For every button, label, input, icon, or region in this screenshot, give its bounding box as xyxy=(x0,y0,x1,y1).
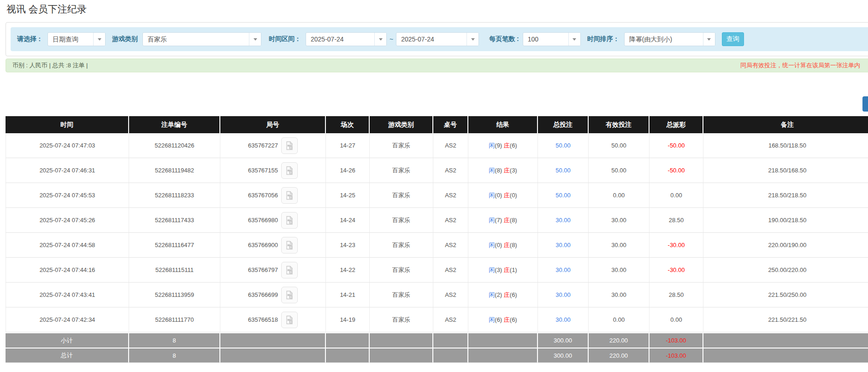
cell-empty xyxy=(326,348,370,363)
cell-game-category: 百家乐 xyxy=(370,208,433,233)
cell-remark: 218.50/218.50 xyxy=(703,183,868,208)
cell-valid-bet: 30.00 xyxy=(589,208,650,233)
cell-result: 闲(3) 庄(1) xyxy=(468,258,538,283)
player-label: 闲 xyxy=(489,217,495,224)
player-label: 闲 xyxy=(489,291,495,298)
round-id: 635766900 xyxy=(248,242,278,248)
cell-bet-id: 522681115111 xyxy=(129,258,220,283)
per-page-value: 100 xyxy=(523,33,568,46)
column-header: 总派彩 xyxy=(650,116,703,133)
video-replay-icon[interactable] xyxy=(281,287,298,303)
banker-label: 庄 xyxy=(504,316,510,323)
video-replay-icon[interactable] xyxy=(281,187,298,204)
table-row: 2025-07-24 07:42:34 522681111770 6357665… xyxy=(6,307,868,332)
per-page-select[interactable]: 100 xyxy=(523,32,581,46)
round-id: 635767155 xyxy=(248,167,278,174)
page: 视讯 会员下注纪录 请选择： 日期查询 游戏类别 百家乐 时间区间： 2025-… xyxy=(0,0,868,372)
cell-total-bet[interactable]: 50.00 xyxy=(538,183,589,208)
video-replay-icon[interactable] xyxy=(281,212,298,229)
cell-total-bet[interactable]: 30.00 xyxy=(538,208,589,233)
round-id: 635766980 xyxy=(248,217,278,224)
cell-total-bet[interactable]: 50.00 xyxy=(538,158,589,183)
table-row: 2025-07-24 07:44:16 522681115111 6357667… xyxy=(6,258,868,283)
cell-game-category: 百家乐 xyxy=(370,133,433,158)
cell-session: 14-25 xyxy=(326,183,370,208)
date-from-select[interactable]: 2025-07-24 xyxy=(306,32,387,46)
cell-total-bet[interactable]: 30.00 xyxy=(538,233,589,258)
chevron-down-icon xyxy=(374,33,386,46)
cell-table-number: AS2 xyxy=(433,133,468,158)
cell-empty xyxy=(468,332,538,348)
sort-value: 降幂(由大到小) xyxy=(625,33,703,46)
banker-score: (6) xyxy=(510,291,517,298)
summary-total-bet: 300.00 xyxy=(538,348,589,363)
player-label: 闲 xyxy=(489,167,495,174)
cell-payout: 0.00 xyxy=(650,183,703,208)
game-category-value: 百家乐 xyxy=(143,33,249,46)
cell-total-bet[interactable]: 30.00 xyxy=(538,258,589,283)
player-score: (9) xyxy=(495,142,502,149)
date-to-select[interactable]: 2025-07-24 xyxy=(396,32,479,46)
cell-total-bet[interactable]: 30.00 xyxy=(538,283,589,307)
banker-score: (1) xyxy=(510,266,517,273)
cell-empty xyxy=(703,332,868,348)
cell-remark: 250.00/220.00 xyxy=(703,258,868,283)
summary-label: 小计 xyxy=(6,332,129,348)
video-replay-icon[interactable] xyxy=(281,137,298,154)
video-replay-icon[interactable] xyxy=(281,237,298,254)
game-category-select[interactable]: 百家乐 xyxy=(142,32,261,46)
cell-empty xyxy=(468,348,538,363)
banker-score: (0) xyxy=(510,192,517,199)
cell-round: 635766699 xyxy=(220,283,326,307)
cell-time: 2025-07-24 07:45:26 xyxy=(6,208,129,233)
player-score: (8) xyxy=(495,167,502,174)
cell-time: 2025-07-24 07:44:16 xyxy=(6,258,129,283)
banker-label: 庄 xyxy=(504,242,510,248)
cell-session: 14-22 xyxy=(326,258,370,283)
summary-valid-bet: 220.00 xyxy=(589,332,650,348)
cell-total-bet[interactable]: 50.00 xyxy=(538,133,589,158)
query-type-select[interactable]: 日期查询 xyxy=(47,32,106,46)
chevron-down-icon xyxy=(466,33,478,46)
video-replay-icon[interactable] xyxy=(281,162,298,179)
video-replay-icon[interactable] xyxy=(281,262,298,278)
cell-payout: -30.00 xyxy=(650,258,703,283)
cell-result: 闲(0) 庄(0) xyxy=(468,183,538,208)
cell-result: 闲(9) 庄(6) xyxy=(468,133,538,158)
cell-game-category: 百家乐 xyxy=(370,283,433,307)
sort-label: 时间排序： xyxy=(587,35,620,43)
cell-round: 635767056 xyxy=(220,183,326,208)
cell-time: 2025-07-24 07:43:41 xyxy=(6,283,129,307)
cell-round: 635766518 xyxy=(220,307,326,332)
cell-empty xyxy=(433,332,468,348)
cell-empty xyxy=(703,348,868,363)
cell-result: 闲(6) 庄(6) xyxy=(468,307,538,332)
cell-table-number: AS2 xyxy=(433,208,468,233)
table-row: 2025-07-24 07:45:53 522681118233 6357670… xyxy=(6,183,868,208)
player-label: 闲 xyxy=(489,192,495,199)
sort-select[interactable]: 降幂(由大到小) xyxy=(624,32,715,46)
player-score: (2) xyxy=(495,291,502,298)
table-foot: 小计 8 300.00 220.00 -103.00 总计 8 300.00 2… xyxy=(6,332,868,363)
player-score: (7) xyxy=(495,217,502,224)
cell-session: 14-19 xyxy=(326,307,370,332)
search-button[interactable]: 查询 xyxy=(722,32,744,46)
cell-total-bet[interactable]: 30.00 xyxy=(538,307,589,332)
cell-remark: 220.00/190.00 xyxy=(703,233,868,258)
cell-payout: -30.00 xyxy=(650,233,703,258)
query-type-label: 请选择： xyxy=(17,35,43,43)
column-header: 场次 xyxy=(326,116,370,133)
cell-empty xyxy=(370,332,433,348)
export-button-partial[interactable] xyxy=(862,96,868,112)
column-header: 有效投注 xyxy=(589,116,650,133)
cell-game-category: 百家乐 xyxy=(370,233,433,258)
cell-valid-bet: 50.00 xyxy=(589,158,650,183)
video-replay-icon[interactable] xyxy=(281,312,298,328)
cell-remark: 218.50/168.50 xyxy=(703,158,868,183)
cell-empty xyxy=(220,332,326,348)
cell-table-number: AS2 xyxy=(433,158,468,183)
summary-payout: -103.00 xyxy=(650,348,703,363)
game-category-label: 游戏类别 xyxy=(112,35,138,43)
date-to-value: 2025-07-24 xyxy=(396,33,466,46)
cell-result: 闲(2) 庄(6) xyxy=(468,283,538,307)
